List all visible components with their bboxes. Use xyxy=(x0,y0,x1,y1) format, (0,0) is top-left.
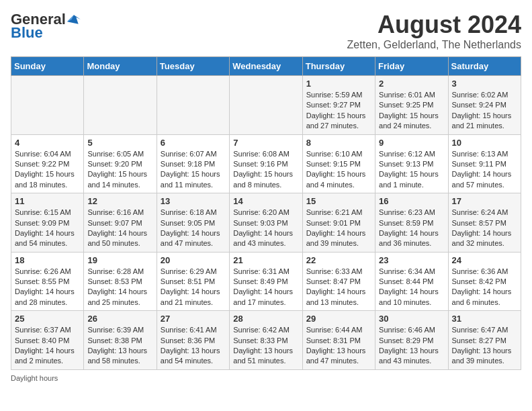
day-number: 22 xyxy=(306,255,371,265)
day-info: Sunrise: 6:02 AM Sunset: 9:24 PM Dayligh… xyxy=(452,90,517,132)
calendar-cell: 6Sunrise: 6:07 AM Sunset: 9:18 PM Daylig… xyxy=(157,134,229,193)
calendar-cell: 5Sunrise: 6:05 AM Sunset: 9:20 PM Daylig… xyxy=(84,134,157,193)
calendar-cell: 29Sunrise: 6:44 AM Sunset: 8:31 PM Dayli… xyxy=(302,311,375,370)
day-info: Sunrise: 6:12 AM Sunset: 9:13 PM Dayligh… xyxy=(379,149,444,191)
day-number: 8 xyxy=(306,138,371,148)
day-info: Sunrise: 6:29 AM Sunset: 8:51 PM Dayligh… xyxy=(161,267,226,308)
calendar-cell: 22Sunrise: 6:33 AM Sunset: 8:47 PM Dayli… xyxy=(302,252,375,311)
calendar-cell: 24Sunrise: 6:36 AM Sunset: 8:42 PM Dayli… xyxy=(448,252,521,311)
weekday-header: Saturday xyxy=(448,57,521,76)
calendar-cell xyxy=(84,76,157,135)
day-info: Sunrise: 6:26 AM Sunset: 8:55 PM Dayligh… xyxy=(15,267,80,308)
day-number: 24 xyxy=(452,255,517,265)
day-number: 17 xyxy=(452,196,517,206)
day-info: Sunrise: 6:41 AM Sunset: 8:36 PM Dayligh… xyxy=(161,325,226,367)
day-number: 30 xyxy=(379,314,444,324)
calendar-body: 1Sunrise: 5:59 AM Sunset: 9:27 PM Daylig… xyxy=(11,76,521,370)
page-header: General Blue August 2024 Zetten, Gelderl… xyxy=(11,11,521,51)
weekday-header: Thursday xyxy=(302,57,375,76)
day-info: Sunrise: 6:34 AM Sunset: 8:44 PM Dayligh… xyxy=(379,267,444,308)
day-number: 15 xyxy=(306,196,371,206)
calendar-cell: 10Sunrise: 6:13 AM Sunset: 9:11 PM Dayli… xyxy=(448,134,521,193)
day-info: Sunrise: 6:04 AM Sunset: 9:22 PM Dayligh… xyxy=(15,149,80,191)
title-block: August 2024 Zetten, Gelderland, The Neth… xyxy=(347,11,521,51)
day-number: 10 xyxy=(452,138,517,148)
calendar-cell: 1Sunrise: 5:59 AM Sunset: 9:27 PM Daylig… xyxy=(302,76,375,135)
calendar-cell: 26Sunrise: 6:39 AM Sunset: 8:38 PM Dayli… xyxy=(84,311,157,370)
day-number: 29 xyxy=(306,314,371,324)
calendar-cell: 18Sunrise: 6:26 AM Sunset: 8:55 PM Dayli… xyxy=(11,252,84,311)
day-number: 21 xyxy=(233,255,298,265)
day-info: Sunrise: 6:24 AM Sunset: 8:57 PM Dayligh… xyxy=(452,208,517,249)
calendar-cell: 4Sunrise: 6:04 AM Sunset: 9:22 PM Daylig… xyxy=(11,134,84,193)
calendar-cell xyxy=(230,76,302,135)
day-info: Sunrise: 6:01 AM Sunset: 9:25 PM Dayligh… xyxy=(379,90,444,132)
day-info: Sunrise: 6:10 AM Sunset: 9:15 PM Dayligh… xyxy=(306,149,371,191)
calendar-week-row: 18Sunrise: 6:26 AM Sunset: 8:55 PM Dayli… xyxy=(11,252,521,311)
calendar-table: SundayMondayTuesdayWednesdayThursdayFrid… xyxy=(11,56,521,370)
logo: General Blue xyxy=(11,11,81,42)
month-title: August 2024 xyxy=(347,11,521,39)
day-info: Sunrise: 6:23 AM Sunset: 8:59 PM Dayligh… xyxy=(379,208,444,249)
day-number: 27 xyxy=(161,314,226,324)
calendar-cell: 11Sunrise: 6:15 AM Sunset: 9:09 PM Dayli… xyxy=(11,193,84,253)
calendar-cell: 7Sunrise: 6:08 AM Sunset: 9:16 PM Daylig… xyxy=(230,134,302,193)
calendar-cell: 27Sunrise: 6:41 AM Sunset: 8:36 PM Dayli… xyxy=(157,311,229,370)
day-info: Sunrise: 6:37 AM Sunset: 8:40 PM Dayligh… xyxy=(15,325,80,367)
calendar-cell: 16Sunrise: 6:23 AM Sunset: 8:59 PM Dayli… xyxy=(375,193,448,253)
day-info: Sunrise: 6:08 AM Sunset: 9:16 PM Dayligh… xyxy=(233,149,298,191)
day-number: 28 xyxy=(233,314,298,324)
day-number: 2 xyxy=(379,79,444,89)
day-info: Sunrise: 6:33 AM Sunset: 8:47 PM Dayligh… xyxy=(306,267,371,308)
day-info: Sunrise: 6:18 AM Sunset: 9:05 PM Dayligh… xyxy=(161,208,226,249)
calendar-cell: 15Sunrise: 6:21 AM Sunset: 9:01 PM Dayli… xyxy=(302,193,375,253)
day-number: 23 xyxy=(379,255,444,265)
day-info: Sunrise: 6:16 AM Sunset: 9:07 PM Dayligh… xyxy=(87,208,152,249)
day-info: Sunrise: 6:28 AM Sunset: 8:53 PM Dayligh… xyxy=(87,267,152,308)
weekday-header: Monday xyxy=(84,57,157,76)
day-info: Sunrise: 6:39 AM Sunset: 8:38 PM Dayligh… xyxy=(87,325,152,367)
calendar-cell: 31Sunrise: 6:47 AM Sunset: 8:27 PM Dayli… xyxy=(448,311,521,370)
calendar-cell: 23Sunrise: 6:34 AM Sunset: 8:44 PM Dayli… xyxy=(375,252,448,311)
logo-bird-icon xyxy=(67,13,81,26)
day-number: 19 xyxy=(87,255,152,265)
day-info: Sunrise: 6:44 AM Sunset: 8:31 PM Dayligh… xyxy=(306,325,371,367)
calendar-cell: 17Sunrise: 6:24 AM Sunset: 8:57 PM Dayli… xyxy=(448,193,521,253)
day-number: 16 xyxy=(379,196,444,206)
day-number: 31 xyxy=(452,314,517,324)
calendar-cell xyxy=(157,76,229,135)
calendar-week-row: 11Sunrise: 6:15 AM Sunset: 9:09 PM Dayli… xyxy=(11,193,521,253)
day-number: 6 xyxy=(161,138,226,148)
day-info: Sunrise: 6:31 AM Sunset: 8:49 PM Dayligh… xyxy=(233,267,298,308)
day-info: Sunrise: 6:13 AM Sunset: 9:11 PM Dayligh… xyxy=(452,149,517,191)
weekday-header-row: SundayMondayTuesdayWednesdayThursdayFrid… xyxy=(11,57,521,76)
day-number: 26 xyxy=(87,314,152,324)
weekday-header: Friday xyxy=(375,57,448,76)
day-info: Sunrise: 6:21 AM Sunset: 9:01 PM Dayligh… xyxy=(306,208,371,249)
calendar-cell: 19Sunrise: 6:28 AM Sunset: 8:53 PM Dayli… xyxy=(84,252,157,311)
calendar-cell: 28Sunrise: 6:42 AM Sunset: 8:33 PM Dayli… xyxy=(230,311,302,370)
calendar-cell: 25Sunrise: 6:37 AM Sunset: 8:40 PM Dayli… xyxy=(11,311,84,370)
day-info: Sunrise: 6:05 AM Sunset: 9:20 PM Dayligh… xyxy=(87,149,152,191)
day-info: Sunrise: 6:07 AM Sunset: 9:18 PM Dayligh… xyxy=(161,149,226,191)
calendar-cell: 9Sunrise: 6:12 AM Sunset: 9:13 PM Daylig… xyxy=(375,134,448,193)
calendar-cell: 3Sunrise: 6:02 AM Sunset: 9:24 PM Daylig… xyxy=(448,76,521,135)
day-number: 11 xyxy=(15,196,80,206)
calendar-cell: 13Sunrise: 6:18 AM Sunset: 9:05 PM Dayli… xyxy=(157,193,229,253)
day-info: Sunrise: 6:15 AM Sunset: 9:09 PM Dayligh… xyxy=(15,208,80,249)
calendar-cell: 12Sunrise: 6:16 AM Sunset: 9:07 PM Dayli… xyxy=(84,193,157,253)
day-number: 4 xyxy=(15,138,80,148)
day-number: 7 xyxy=(233,138,298,148)
location-title: Zetten, Gelderland, The Netherlands xyxy=(347,39,521,51)
svg-marker-0 xyxy=(67,15,81,24)
calendar-cell: 21Sunrise: 6:31 AM Sunset: 8:49 PM Dayli… xyxy=(230,252,302,311)
day-info: Sunrise: 6:47 AM Sunset: 8:27 PM Dayligh… xyxy=(452,325,517,367)
day-number: 18 xyxy=(15,255,80,265)
day-number: 3 xyxy=(452,79,517,89)
calendar-cell: 14Sunrise: 6:20 AM Sunset: 9:03 PM Dayli… xyxy=(230,193,302,253)
day-info: Sunrise: 6:42 AM Sunset: 8:33 PM Dayligh… xyxy=(233,325,298,367)
calendar-cell: 8Sunrise: 6:10 AM Sunset: 9:15 PM Daylig… xyxy=(302,134,375,193)
day-number: 25 xyxy=(15,314,80,324)
weekday-header: Tuesday xyxy=(157,57,229,76)
logo-blue-text: Blue xyxy=(11,24,43,42)
